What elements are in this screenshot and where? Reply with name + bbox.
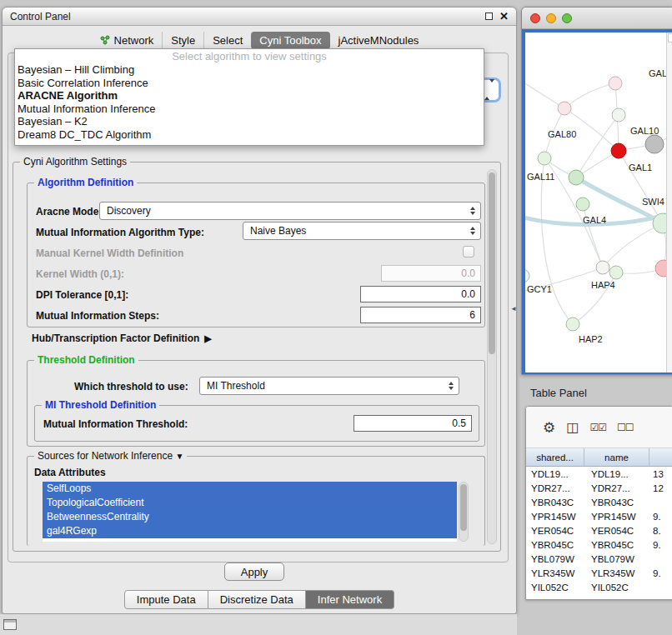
table-row[interactable]: YER054CYER054C8. [526,523,672,538]
network-tab-icon [100,35,110,45]
network-node[interactable] [566,318,579,331]
network-node[interactable] [609,77,622,90]
table-row[interactable]: YBR045CYBR045C9. [526,538,672,552]
aracne-mode-select[interactable]: Discovery [99,202,481,220]
dpi-tolerance-label: DPI Tolerance [0,1]: [36,289,128,301]
hub-definition-expander[interactable]: Hub/Transcription Factor Definition ▶ [32,332,212,344]
bottom-tabbar: Impute Data Discretize Data Infer Networ… [3,590,516,609]
table-row[interactable]: YDR27...YDR27...12 [526,481,672,495]
list-item[interactable]: SelfLoops [43,482,457,496]
table-panel-window: ⚙ ◫ ☑☑ ☐☐ shared... name YDL19...YDL19..… [525,406,672,600]
network-node[interactable] [538,152,551,165]
network-node[interactable] [576,198,589,211]
menu-item[interactable]: Mutual Information Inference [15,102,484,116]
column-header-shared-name[interactable]: shared... [526,448,584,466]
list-item[interactable]: gal4RGexp [43,524,457,538]
manual-kernel-label: Manual Kernel Width Definition [36,248,183,259]
network-node[interactable] [609,266,623,279]
tab-style[interactable]: Style [162,32,203,49]
network-node-red[interactable] [611,143,626,158]
group-title: MI Threshold Definition [42,399,159,411]
dropdown-prompt: Select algorithm to view settings [15,49,484,63]
sources-collapse-header[interactable]: Sources for Network Inference ▼ [34,450,187,462]
expand-right-icon: ▶ [204,333,211,344]
node-label: GAL80 [548,129,576,139]
network-scrollbar[interactable] [666,32,672,372]
algorithm-definition-group: Algorithm Definition Aracne Mode: Discov… [27,182,485,328]
group-title: Threshold Definition [34,354,138,366]
zoom-traffic-light[interactable] [562,13,572,23]
table-row[interactable]: YPR145WYPR145W9. [526,509,672,523]
kernel-width-field[interactable]: 0.0 [381,265,481,282]
dpi-tolerance-field[interactable]: 0.0 [360,286,481,302]
close-traffic-light[interactable] [530,13,540,23]
algorithm-dropdown-popup: Select algorithm to view settings Bayesi… [14,48,484,146]
menu-item[interactable]: Basic Correlation Inference [15,77,484,90]
group-title: Algorithm Definition [34,177,137,188]
columns-icon[interactable]: ◫ [566,419,579,435]
menu-item-selected[interactable]: ARACNE Algorithm [15,89,484,102]
table-row[interactable]: YBR043CYBR043C [526,495,672,509]
network-node[interactable] [558,102,571,115]
settings-scrollbar[interactable] [487,169,497,544]
control-panel-window: Control Panel ✕ Network Style Select [2,7,517,614]
mi-type-select[interactable]: Naive Bayes [243,222,481,240]
tab-network[interactable]: Network [92,32,163,49]
network-view-window: GAL80 GAL10 GAL1 GAL11 SWI4 GAL4 GCY1 HA… [521,7,672,375]
network-node-labels: GAL80 GAL10 GAL1 GAL11 SWI4 GAL4 GCY1 HA… [527,68,672,344]
data-attributes-list[interactable]: SelfLoops TopologicalCoefficient Between… [43,482,457,542]
table-panel-title: Table Panel [530,387,587,399]
network-canvas[interactable]: GAL80 GAL10 GAL1 GAL11 SWI4 GAL4 GCY1 HA… [525,32,672,372]
column-header-extra[interactable] [649,448,672,466]
which-threshold-select[interactable]: MI Threshold [199,377,459,395]
table-row[interactable]: YIL052CYIL052C [526,580,672,594]
select-all-checkboxes-icon[interactable]: ☑☑ [589,422,606,433]
status-strip [0,614,517,635]
float-window-icon[interactable] [485,12,493,20]
column-header-name[interactable]: name [584,448,649,466]
settings-scrollbar-thumb[interactable] [489,172,495,354]
node-label: SWI4 [642,197,664,207]
network-graph: GAL80 GAL10 GAL1 GAL11 SWI4 GAL4 GCY1 HA… [525,32,672,372]
minimize-traffic-light[interactable] [546,13,556,23]
tab-discretize-data[interactable]: Discretize Data [208,590,306,609]
list-item[interactable]: BetweennessCentrality [43,510,457,524]
restore-panel-icon[interactable] [3,619,17,630]
list-item[interactable]: TopologicalCoefficient [43,496,457,510]
tab-select[interactable]: Select [203,32,251,49]
toolbox-tabbar: Network Style Select Cyni Toolbox jActiv… [3,31,516,49]
mi-threshold-label: Mutual Information Threshold: [43,418,188,430]
tab-jactivemnodules[interactable]: jActiveMNodules [330,32,428,49]
menu-item[interactable]: Bayesian – Hill Climbing [15,63,484,77]
node-label: GAL4 [583,215,606,225]
close-icon[interactable]: ✕ [499,11,509,22]
network-node[interactable] [596,261,609,274]
table-row[interactable]: YDL19...YDL19...13 [526,467,672,481]
list-scrollbar-thumb[interactable] [460,484,467,531]
manual-kernel-checkbox[interactable] [463,246,474,258]
tab-cyni-toolbox[interactable]: Cyni Toolbox [251,32,329,49]
network-node[interactable] [645,135,664,153]
panel-collapse-handle[interactable]: ◄ [510,305,517,312]
tab-infer-network[interactable]: Infer Network [306,590,394,609]
mi-steps-field[interactable]: 6 [360,307,481,323]
apply-button[interactable]: Apply [224,562,284,581]
table-row[interactable]: YLR345WYLR345W9. [526,566,672,580]
gear-icon[interactable]: ⚙ [543,419,555,436]
node-label: GAL1 [629,162,652,172]
mi-threshold-field[interactable]: 0.5 [354,415,472,432]
clear-all-checkboxes-icon[interactable]: ☐☐ [617,422,634,433]
menu-item[interactable]: Dream8 DC_TDC Algorithm [15,128,484,142]
network-node[interactable] [525,269,529,282]
combobox-arrows-icon [470,207,475,215]
network-node[interactable] [612,108,625,122]
network-node[interactable] [569,170,584,185]
tab-impute-data[interactable]: Impute Data [124,590,208,609]
scrollbar-arrow-box[interactable] [668,33,672,42]
list-scrollbar[interactable] [459,482,469,542]
mi-type-label: Mutual Information Algorithm Type: [36,227,204,238]
menu-item[interactable]: Bayesian – K2 [15,115,484,128]
window-title: Control Panel [10,11,71,22]
table-toolbar: ⚙ ◫ ☑☑ ☐☐ [526,407,672,448]
table-row[interactable]: YBL079WYBL079W [526,552,672,566]
